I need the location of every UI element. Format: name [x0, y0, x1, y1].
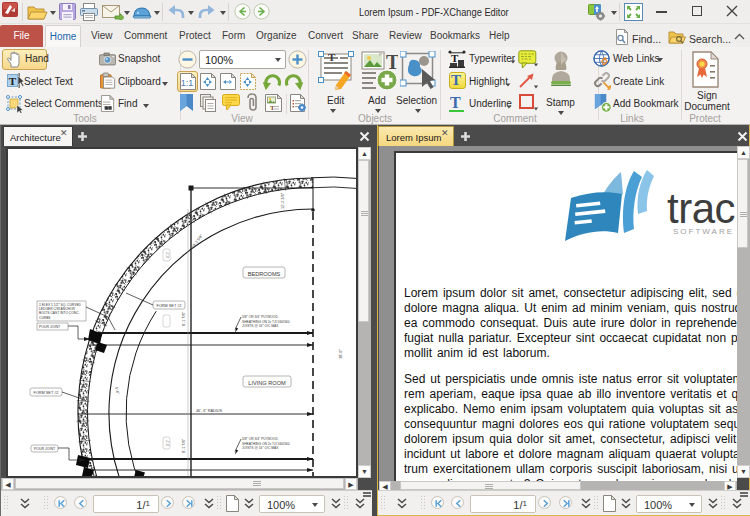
svg-text:T: T	[328, 51, 336, 63]
svg-text:5/8" OR 3/4" PLYWOOD: 5/8" OR 3/4" PLYWOOD	[242, 437, 278, 441]
svg-text:LIVING ROOM: LIVING ROOM	[248, 380, 286, 386]
svg-text:T: T	[9, 75, 17, 87]
svg-text:BEDROOMS: BEDROOMS	[248, 271, 281, 277]
svg-text:8'-1 7/8": 8'-1 7/8"	[182, 438, 186, 453]
svg-text:FORM SET #2: FORM SET #2	[157, 304, 182, 308]
svg-text:CURBS: CURBS	[39, 316, 51, 320]
svg-text:T: T	[451, 52, 459, 64]
svg-text:3'-1": 3'-1"	[166, 440, 170, 446]
svg-text:1:1: 1:1	[181, 78, 194, 88]
svg-text:5'-0": 5'-0"	[114, 387, 120, 396]
svg-text:3'-1": 3'-1"	[166, 252, 170, 258]
svg-text:JOISTS @ 16" O/C MAX: JOISTS @ 16" O/C MAX	[242, 324, 279, 328]
svg-text:5/8" OR 3/4" PLYWOOD: 5/8" OR 3/4" PLYWOOD	[242, 315, 278, 319]
svg-text:SHEATHING ON 2x TJI 560/560: SHEATHING ON 2x TJI 560/560	[242, 442, 290, 446]
svg-text:POUR JOINT: POUR JOINT	[39, 325, 61, 329]
svg-text:T: T	[270, 104, 275, 112]
svg-text:POUR JOINT: POUR JOINT	[34, 447, 56, 451]
svg-text:SHEATHING ON 2x TJI 560/560: SHEATHING ON 2x TJI 560/560	[242, 320, 290, 324]
svg-text:JOISTS @ 16" O/C MAX: JOISTS @ 16" O/C MAX	[242, 446, 279, 450]
svg-text:FORM SET #2: FORM SET #2	[34, 391, 59, 395]
svg-text:38'-0": 38'-0"	[339, 349, 343, 359]
svg-text:12'-2 3/8": 12'-2 3/8"	[281, 192, 285, 209]
svg-text:8'-1 7/8": 8'-1 7/8"	[182, 311, 186, 326]
svg-text:46'- 6" RADIUS: 46'- 6" RADIUS	[196, 409, 223, 413]
